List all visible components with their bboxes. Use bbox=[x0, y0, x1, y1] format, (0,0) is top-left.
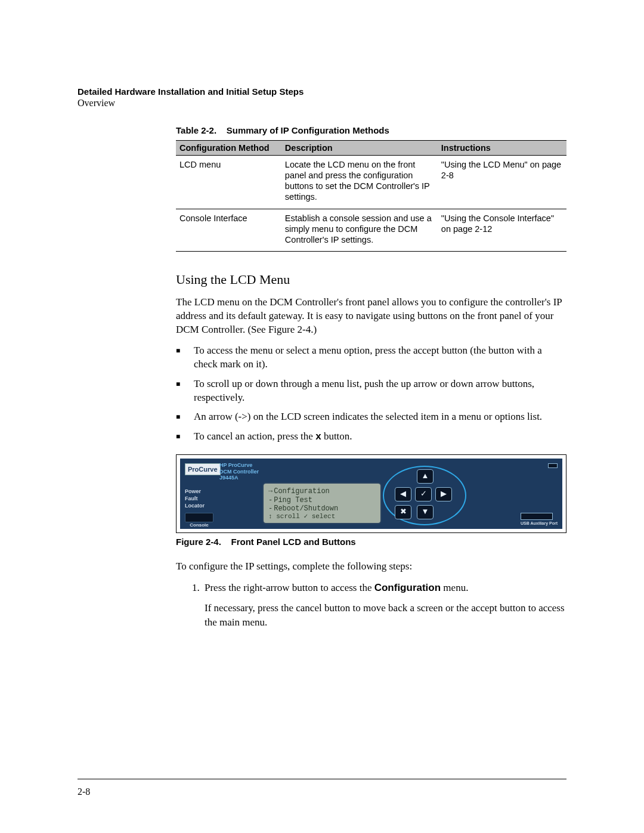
bullet-pre: To cancel an action, press the bbox=[194, 431, 315, 442]
chapter-title: Detailed Hardware Installation and Initi… bbox=[78, 86, 566, 97]
led-fault: Fault bbox=[185, 496, 205, 503]
running-header: Detailed Hardware Installation and Initi… bbox=[78, 86, 566, 109]
config-methods-table: Configuration Method Description Instruc… bbox=[176, 140, 566, 252]
step-pre: Press the right-arrow button to access t… bbox=[205, 582, 374, 593]
led-power: Power bbox=[185, 488, 205, 496]
hinge-icon bbox=[548, 463, 558, 468]
figure-title: Front Panel LCD and Buttons bbox=[231, 537, 356, 547]
usb-port: USB Auxiliary Port bbox=[521, 513, 558, 525]
led-locator: Locator bbox=[185, 503, 205, 510]
cell-desc: Establish a console session and use a si… bbox=[281, 209, 438, 251]
console-port: Console bbox=[185, 513, 213, 528]
cancel-button[interactable]: ✖ bbox=[395, 505, 411, 519]
step-post: menu. bbox=[441, 582, 468, 593]
col-instructions: Instructions bbox=[438, 141, 566, 156]
table-title: Summary of IP Configuration Methods bbox=[227, 125, 389, 135]
model-line: J9445A bbox=[219, 475, 259, 481]
table-row: Console Interface Establish a console se… bbox=[176, 209, 566, 251]
lcd-hint: ↕ scroll ✓ select bbox=[268, 513, 376, 521]
model-line: DCM Controller bbox=[219, 469, 259, 475]
usb-label: USB Auxiliary Port bbox=[521, 521, 558, 525]
cell-instr: "Using the LCD Menu" on page 2-8 bbox=[438, 156, 566, 209]
accept-button[interactable]: ✓ bbox=[415, 487, 432, 501]
step-bold: Configuration bbox=[374, 582, 441, 593]
bullet-post: button. bbox=[321, 431, 352, 442]
lcd-line-selected: Configuration bbox=[268, 487, 376, 496]
front-panel: ProCurve HP ProCurve DCM Controller J944… bbox=[180, 459, 562, 529]
step-paragraph: If necessary, press the cancel button to… bbox=[205, 601, 566, 630]
table-number: Table 2-2. bbox=[176, 125, 216, 135]
list-item: An arrow (->) on the LCD screen indicate… bbox=[190, 410, 566, 424]
usb-slot bbox=[521, 513, 553, 520]
up-arrow-button[interactable]: ▲ bbox=[417, 469, 434, 484]
model-label: HP ProCurve DCM Controller J9445A bbox=[219, 462, 259, 481]
page-number: 2-8 bbox=[78, 786, 90, 797]
model-line: HP ProCurve bbox=[219, 462, 259, 468]
list-item: To scroll up or down through a menu list… bbox=[190, 377, 566, 405]
cell-method: LCD menu bbox=[176, 156, 281, 209]
down-arrow-button[interactable]: ▼ bbox=[417, 505, 434, 519]
col-description: Description bbox=[281, 141, 438, 156]
section-heading: Using the LCD Menu bbox=[176, 272, 566, 287]
col-method: Configuration Method bbox=[176, 141, 281, 156]
procurve-logo: ProCurve bbox=[185, 463, 221, 475]
lcd-line: Reboot/Shutdown bbox=[268, 504, 376, 513]
step-item: Press the right-arrow button to access t… bbox=[202, 581, 566, 629]
status-leds: Power Fault Locator bbox=[185, 488, 205, 509]
right-arrow-button[interactable]: ▶ bbox=[435, 487, 452, 501]
list-item: To cancel an action, press the x button. bbox=[190, 430, 566, 444]
footer-rule bbox=[78, 779, 566, 779]
console-label: Console bbox=[185, 522, 213, 528]
cell-desc: Locate the LCD menu on the front panel a… bbox=[281, 156, 438, 209]
figure-number: Figure 2-4. bbox=[176, 537, 221, 547]
lcd-line: Ping Test bbox=[268, 496, 376, 504]
table-row: LCD menu Locate the LCD menu on the fron… bbox=[176, 156, 566, 209]
cell-method: Console Interface bbox=[176, 209, 281, 251]
x-bold: x bbox=[315, 431, 321, 442]
list-item: To access the menu or select a menu opti… bbox=[190, 344, 566, 371]
figure-frame: ProCurve HP ProCurve DCM Controller J944… bbox=[176, 454, 566, 533]
cell-instr: "Using the Console Interface" on page 2-… bbox=[438, 209, 566, 251]
chapter-subtitle: Overview bbox=[78, 98, 566, 109]
steps-intro: To configure the IP settings, complete t… bbox=[176, 560, 566, 574]
numbered-steps: Press the right-arrow button to access t… bbox=[176, 581, 566, 629]
figure-caption: Figure 2-4. Front Panel LCD and Buttons bbox=[176, 537, 566, 547]
section-intro: The LCD menu on the DCM Controller's fro… bbox=[176, 296, 566, 337]
lcd-screen: Configuration Ping Test Reboot/Shutdown … bbox=[262, 482, 382, 524]
left-arrow-button[interactable]: ◀ bbox=[395, 487, 411, 501]
console-slot bbox=[185, 513, 213, 522]
table-caption: Table 2-2. Summary of IP Configuration M… bbox=[176, 125, 566, 135]
bullet-list: To access the menu or select a menu opti… bbox=[176, 344, 566, 444]
